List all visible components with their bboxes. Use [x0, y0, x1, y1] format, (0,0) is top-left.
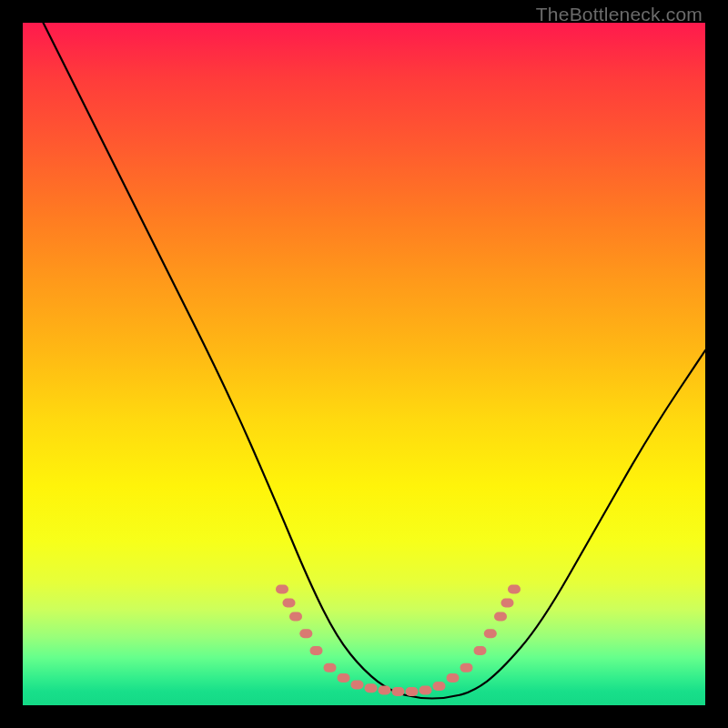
marker-dot — [447, 673, 460, 682]
marker-dot — [310, 646, 323, 655]
chart-frame: TheBottleneck.com — [0, 0, 728, 728]
marker-dot — [433, 682, 446, 691]
main-curve — [44, 23, 706, 699]
bottleneck-curve — [44, 23, 706, 699]
marker-dot — [484, 629, 497, 638]
marker-dot — [338, 673, 350, 682]
marker-dot — [508, 585, 521, 594]
marker-dot — [365, 683, 378, 693]
marker-dot — [501, 599, 514, 608]
marker-dot — [420, 686, 432, 695]
marker-dot — [299, 629, 312, 638]
watermark-text: TheBottleneck.com — [536, 4, 703, 25]
marker-dot — [392, 687, 405, 696]
marker-dot — [289, 612, 302, 622]
marker-dot — [494, 612, 507, 622]
marker-dot — [474, 646, 487, 655]
marker-dot — [276, 585, 288, 594]
chart-svg — [23, 23, 705, 705]
marker-dot — [379, 686, 391, 695]
marker-group — [276, 585, 521, 697]
marker-dot — [283, 599, 296, 608]
marker-dot — [351, 681, 364, 690]
marker-dot — [406, 687, 419, 696]
marker-dot — [324, 663, 337, 672]
marker-dot — [460, 663, 473, 672]
plot-area — [23, 23, 705, 705]
